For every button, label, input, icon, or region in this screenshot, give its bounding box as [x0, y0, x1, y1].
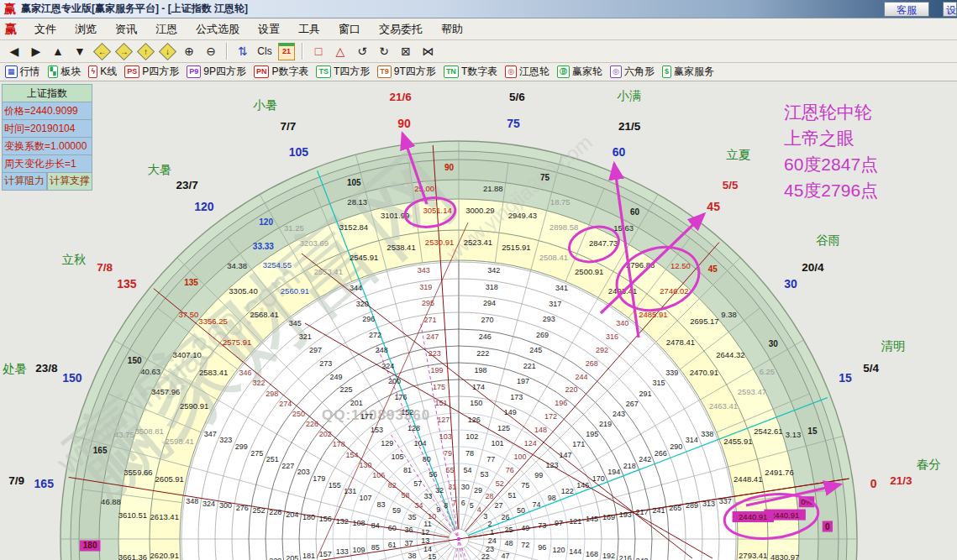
svg-text:107: 107	[360, 494, 372, 502]
menu-item-帮助[interactable]: 帮助	[432, 20, 472, 39]
tool-K线[interactable]: ϟK线	[88, 65, 117, 79]
box-x-icon[interactable]: ⊠	[396, 43, 416, 60]
tri-up-icon[interactable]: ▲	[48, 43, 68, 60]
tool-赢家服务[interactable]: $赢家服务	[662, 65, 714, 79]
svg-text:271: 271	[424, 316, 437, 324]
tool-T四方形[interactable]: TST四方形	[316, 65, 370, 79]
calc-support-button[interactable]: 计算支撑	[47, 173, 92, 191]
menu-item-公式选股[interactable]: 公式选股	[187, 20, 249, 39]
t-updown-icon[interactable]: ⇅	[233, 43, 253, 60]
svg-text:85: 85	[371, 543, 380, 552]
nav-prev-icon[interactable]: ◀	[4, 43, 24, 60]
svg-text:175: 175	[433, 383, 445, 391]
svg-text:2590.91: 2590.91	[180, 401, 208, 411]
svg-text:2568.41: 2568.41	[250, 310, 278, 319]
pan-up-icon[interactable]: ↑	[135, 43, 155, 60]
pan-left-icon[interactable]: ←	[92, 43, 112, 60]
cls-icon[interactable]: Cls	[255, 43, 275, 60]
menu-item-江恩[interactable]: 江恩	[146, 20, 187, 39]
tri-down-icon[interactable]: ▼	[70, 43, 90, 60]
svg-text:97: 97	[555, 519, 563, 527]
menu-item-工具[interactable]: 工具	[289, 20, 329, 39]
svg-text:22: 22	[481, 552, 490, 560]
svg-text:243: 243	[613, 410, 625, 418]
svg-text:31: 31	[448, 483, 456, 491]
tool-P四方形[interactable]: PSP四方形	[124, 65, 179, 79]
svg-text:74: 74	[532, 500, 540, 509]
tool-9P四方形[interactable]: P99P四方形	[187, 65, 246, 79]
rect-tool-icon[interactable]: □	[308, 43, 329, 60]
svg-text:227: 227	[281, 462, 294, 470]
svg-text:23: 23	[486, 545, 494, 553]
svg-text:268: 268	[586, 359, 598, 368]
svg-text:3559.66: 3559.66	[124, 468, 152, 477]
nav-next-icon[interactable]: ▶	[26, 43, 46, 60]
svg-text:220: 220	[565, 385, 577, 394]
tool-六角形[interactable]: ◎六角形	[610, 65, 655, 79]
svg-text:298: 298	[266, 390, 278, 398]
menu-item-浏览[interactable]: 浏览	[66, 20, 106, 39]
menu-item-资讯[interactable]: 资讯	[106, 20, 146, 39]
tool-9T四方形[interactable]: T99T四方形	[377, 65, 436, 79]
svg-text:43.75: 43.75	[114, 430, 134, 439]
svg-text:15: 15	[807, 427, 818, 436]
svg-text:3661.36: 3661.36	[118, 552, 147, 560]
tool-行情[interactable]: ▦行情	[5, 65, 40, 79]
calc-resistance-button[interactable]: 计算阻力	[2, 173, 47, 191]
menu-item-交易委托[interactable]: 交易委托	[370, 20, 432, 39]
tool-赢家轮[interactable]: Ⓑ赢家轮	[557, 65, 602, 79]
date-label-23/8: 23/8	[35, 362, 58, 374]
svg-text:2560.91: 2560.91	[281, 286, 309, 296]
svg-text:266: 266	[655, 449, 667, 458]
svg-text:276: 276	[236, 504, 249, 512]
svg-text:2500.91: 2500.91	[575, 267, 603, 276]
svg-text:57: 57	[413, 479, 422, 488]
tool-label: 赢家服务	[674, 65, 714, 79]
svg-text:82: 82	[388, 481, 397, 489]
svg-text:81: 81	[403, 466, 412, 474]
svg-text:9: 9	[436, 505, 440, 514]
svg-text:21.88: 21.88	[483, 184, 503, 193]
zoom-in-icon[interactable]: ⊕	[179, 43, 199, 60]
svg-text:251: 251	[266, 455, 279, 463]
svg-text:150: 150	[128, 356, 142, 365]
menu-item-文件[interactable]: 文件	[25, 20, 66, 39]
pan-down-icon[interactable]: ↓	[157, 43, 177, 60]
partial-button-right[interactable]: 设	[943, 2, 957, 17]
tool-P数字表[interactable]: PNP数字表	[254, 65, 309, 79]
zoom-out-icon[interactable]: ⊖	[201, 43, 221, 60]
tool-江恩轮[interactable]: ◎江恩轮	[505, 65, 549, 79]
svg-text:35: 35	[408, 513, 417, 521]
svg-text:225: 225	[340, 385, 353, 394]
calendar-icon[interactable]: 21	[276, 43, 297, 60]
menu-logo-icon: 赢	[5, 22, 17, 37]
triangle-tool-icon[interactable]: △	[330, 43, 350, 60]
window-title: 赢家江恩专业版[赢家服务平台] - [上证指数 江恩轮]	[21, 2, 248, 16]
svg-text:2553.41: 2553.41	[314, 267, 343, 276]
customer-service-button[interactable]: 客服	[884, 2, 929, 17]
svg-text:144: 144	[569, 547, 581, 556]
rotate-ccw-icon[interactable]: ↺	[352, 43, 372, 60]
pan-right-icon[interactable]: →	[113, 43, 134, 60]
svg-text:197: 197	[517, 377, 529, 385]
svg-text:18.75: 18.75	[550, 197, 571, 207]
rotate-cw-icon[interactable]: ↻	[374, 43, 394, 60]
svg-text:275: 275	[250, 449, 263, 458]
svg-text:108: 108	[353, 519, 365, 527]
svg-text:269: 269	[536, 331, 549, 339]
outer-degree-90: 90	[397, 117, 411, 130]
svg-text:228: 228	[269, 508, 281, 516]
tool-T数字表[interactable]: TNT数字表	[444, 65, 497, 79]
svg-text:203: 203	[297, 468, 310, 476]
svg-text:135: 135	[184, 278, 198, 287]
svg-text:3254.55: 3254.55	[263, 260, 292, 270]
menu-item-窗口[interactable]: 窗口	[329, 20, 370, 39]
svg-text:104: 104	[414, 439, 427, 447]
svg-text:151: 151	[435, 399, 448, 407]
svg-text:11: 11	[423, 520, 431, 528]
expand-icon[interactable]: ⋈	[418, 43, 438, 60]
svg-text:40.63: 40.63	[140, 367, 160, 376]
outer-degree-0: 0	[870, 477, 877, 490]
tool-板块[interactable]: ▚板块	[48, 65, 82, 79]
menu-item-设置[interactable]: 设置	[249, 20, 289, 39]
